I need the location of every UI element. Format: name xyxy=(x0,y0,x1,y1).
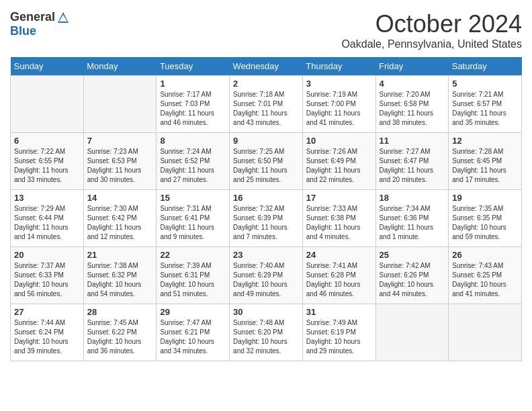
day-number: 11 xyxy=(380,136,445,146)
calendar-cell xyxy=(375,304,449,361)
calendar-cell: 7Sunrise: 7:23 AMSunset: 6:53 PMDaylight… xyxy=(83,133,157,190)
day-number: 18 xyxy=(380,193,445,203)
week-row-4: 20Sunrise: 7:37 AMSunset: 6:33 PMDayligh… xyxy=(11,247,522,304)
calendar-cell xyxy=(449,304,522,361)
calendar-cell: 17Sunrise: 7:33 AMSunset: 6:38 PMDayligh… xyxy=(302,190,375,247)
calendar-cell: 15Sunrise: 7:31 AMSunset: 6:41 PMDayligh… xyxy=(157,190,230,247)
calendar-cell: 1Sunrise: 7:17 AMSunset: 7:03 PMDaylight… xyxy=(157,76,230,133)
calendar-cell: 24Sunrise: 7:41 AMSunset: 6:28 PMDayligh… xyxy=(302,247,375,304)
calendar-cell: 12Sunrise: 7:28 AMSunset: 6:45 PMDayligh… xyxy=(449,133,522,190)
week-row-5: 27Sunrise: 7:44 AMSunset: 6:24 PMDayligh… xyxy=(11,304,522,361)
day-header-monday: Monday xyxy=(83,57,157,76)
day-info: Sunrise: 7:19 AMSunset: 7:00 PMDaylight:… xyxy=(306,90,372,128)
day-number: 14 xyxy=(87,193,153,203)
calendar-cell: 3Sunrise: 7:19 AMSunset: 7:00 PMDaylight… xyxy=(302,76,375,133)
calendar-cell: 20Sunrise: 7:37 AMSunset: 6:33 PMDayligh… xyxy=(11,247,84,304)
calendar-cell: 31Sunrise: 7:49 AMSunset: 6:19 PMDayligh… xyxy=(302,304,375,361)
calendar-cell: 14Sunrise: 7:30 AMSunset: 6:42 PMDayligh… xyxy=(83,190,157,247)
day-info: Sunrise: 7:25 AMSunset: 6:50 PMDaylight:… xyxy=(233,147,299,185)
day-info: Sunrise: 7:27 AMSunset: 6:47 PMDaylight:… xyxy=(380,147,445,185)
day-number: 24 xyxy=(306,250,372,260)
week-row-1: 1Sunrise: 7:17 AMSunset: 7:03 PMDaylight… xyxy=(11,76,522,133)
calendar-cell: 5Sunrise: 7:21 AMSunset: 6:57 PMDaylight… xyxy=(449,76,522,133)
day-number: 27 xyxy=(14,307,80,317)
calendar-cell: 22Sunrise: 7:39 AMSunset: 6:31 PMDayligh… xyxy=(157,247,230,304)
day-header-sunday: Sunday xyxy=(11,57,84,76)
day-info: Sunrise: 7:32 AMSunset: 6:39 PMDaylight:… xyxy=(233,204,299,242)
day-info: Sunrise: 7:40 AMSunset: 6:29 PMDaylight:… xyxy=(233,261,299,299)
day-number: 28 xyxy=(87,307,153,317)
day-info: Sunrise: 7:43 AMSunset: 6:25 PMDaylight:… xyxy=(452,261,518,299)
logo-icon xyxy=(56,11,70,24)
calendar-cell: 2Sunrise: 7:18 AMSunset: 7:01 PMDaylight… xyxy=(230,76,303,133)
calendar-cell: 4Sunrise: 7:20 AMSunset: 6:58 PMDaylight… xyxy=(375,76,449,133)
day-number: 1 xyxy=(160,79,226,89)
day-number: 6 xyxy=(14,136,80,146)
day-number: 4 xyxy=(380,79,445,89)
calendar-cell: 21Sunrise: 7:38 AMSunset: 6:32 PMDayligh… xyxy=(83,247,157,304)
day-number: 17 xyxy=(306,193,372,203)
day-header-friday: Friday xyxy=(375,57,449,76)
day-header-thursday: Thursday xyxy=(302,57,375,76)
logo-general-text: General xyxy=(10,10,55,24)
day-number: 26 xyxy=(452,250,518,260)
day-info: Sunrise: 7:23 AMSunset: 6:53 PMDaylight:… xyxy=(87,147,153,185)
calendar-cell xyxy=(11,76,84,133)
title-section: October 2024 Oakdale, Pennsylvania, Unit… xyxy=(341,10,522,50)
days-header-row: SundayMondayTuesdayWednesdayThursdayFrid… xyxy=(11,57,522,76)
day-info: Sunrise: 7:28 AMSunset: 6:45 PMDaylight:… xyxy=(452,147,518,185)
calendar-cell: 16Sunrise: 7:32 AMSunset: 6:39 PMDayligh… xyxy=(230,190,303,247)
day-number: 2 xyxy=(233,79,299,89)
location: Oakdale, Pennsylvania, United States xyxy=(341,38,522,50)
calendar-cell: 23Sunrise: 7:40 AMSunset: 6:29 PMDayligh… xyxy=(230,247,303,304)
calendar-cell: 13Sunrise: 7:29 AMSunset: 6:44 PMDayligh… xyxy=(11,190,84,247)
day-number: 9 xyxy=(233,136,299,146)
day-number: 19 xyxy=(452,193,518,203)
day-info: Sunrise: 7:38 AMSunset: 6:32 PMDaylight:… xyxy=(87,261,153,299)
day-info: Sunrise: 7:20 AMSunset: 6:58 PMDaylight:… xyxy=(380,90,445,128)
day-number: 23 xyxy=(233,250,299,260)
calendar-cell: 10Sunrise: 7:26 AMSunset: 6:49 PMDayligh… xyxy=(302,133,375,190)
day-number: 30 xyxy=(233,307,299,317)
day-header-saturday: Saturday xyxy=(449,57,522,76)
day-info: Sunrise: 7:49 AMSunset: 6:19 PMDaylight:… xyxy=(306,318,372,356)
calendar-cell: 11Sunrise: 7:27 AMSunset: 6:47 PMDayligh… xyxy=(375,133,449,190)
day-number: 16 xyxy=(233,193,299,203)
calendar-cell: 27Sunrise: 7:44 AMSunset: 6:24 PMDayligh… xyxy=(11,304,84,361)
day-number: 15 xyxy=(160,193,226,203)
calendar-cell: 6Sunrise: 7:22 AMSunset: 6:55 PMDaylight… xyxy=(11,133,84,190)
calendar-cell: 30Sunrise: 7:48 AMSunset: 6:20 PMDayligh… xyxy=(230,304,303,361)
day-number: 3 xyxy=(306,79,372,89)
calendar-cell: 26Sunrise: 7:43 AMSunset: 6:25 PMDayligh… xyxy=(449,247,522,304)
day-number: 5 xyxy=(452,79,518,89)
day-number: 13 xyxy=(14,193,80,203)
day-number: 10 xyxy=(306,136,372,146)
day-number: 7 xyxy=(87,136,153,146)
calendar-cell: 9Sunrise: 7:25 AMSunset: 6:50 PMDaylight… xyxy=(230,133,303,190)
day-number: 8 xyxy=(160,136,226,146)
calendar-cell: 18Sunrise: 7:34 AMSunset: 6:36 PMDayligh… xyxy=(375,190,449,247)
week-row-3: 13Sunrise: 7:29 AMSunset: 6:44 PMDayligh… xyxy=(11,190,522,247)
logo: General Blue xyxy=(10,10,70,38)
logo-blue-text: Blue xyxy=(10,24,36,38)
day-info: Sunrise: 7:18 AMSunset: 7:01 PMDaylight:… xyxy=(233,90,299,128)
day-header-wednesday: Wednesday xyxy=(230,57,303,76)
day-info: Sunrise: 7:21 AMSunset: 6:57 PMDaylight:… xyxy=(452,90,518,128)
day-info: Sunrise: 7:26 AMSunset: 6:49 PMDaylight:… xyxy=(306,147,372,185)
day-number: 29 xyxy=(160,307,226,317)
day-info: Sunrise: 7:35 AMSunset: 6:35 PMDaylight:… xyxy=(452,204,518,242)
page-header: General Blue October 2024 Oakdale, Penns… xyxy=(10,10,522,50)
day-info: Sunrise: 7:37 AMSunset: 6:33 PMDaylight:… xyxy=(14,261,80,299)
day-info: Sunrise: 7:47 AMSunset: 6:21 PMDaylight:… xyxy=(160,318,226,356)
day-info: Sunrise: 7:39 AMSunset: 6:31 PMDaylight:… xyxy=(160,261,226,299)
day-number: 20 xyxy=(14,250,80,260)
calendar-table: SundayMondayTuesdayWednesdayThursdayFrid… xyxy=(10,57,522,361)
calendar-cell: 28Sunrise: 7:45 AMSunset: 6:22 PMDayligh… xyxy=(83,304,157,361)
day-info: Sunrise: 7:34 AMSunset: 6:36 PMDaylight:… xyxy=(380,204,445,242)
day-header-tuesday: Tuesday xyxy=(157,57,230,76)
day-info: Sunrise: 7:33 AMSunset: 6:38 PMDaylight:… xyxy=(306,204,372,242)
day-info: Sunrise: 7:30 AMSunset: 6:42 PMDaylight:… xyxy=(87,204,153,242)
day-number: 21 xyxy=(87,250,153,260)
calendar-cell: 8Sunrise: 7:24 AMSunset: 6:52 PMDaylight… xyxy=(157,133,230,190)
week-row-2: 6Sunrise: 7:22 AMSunset: 6:55 PMDaylight… xyxy=(11,133,522,190)
